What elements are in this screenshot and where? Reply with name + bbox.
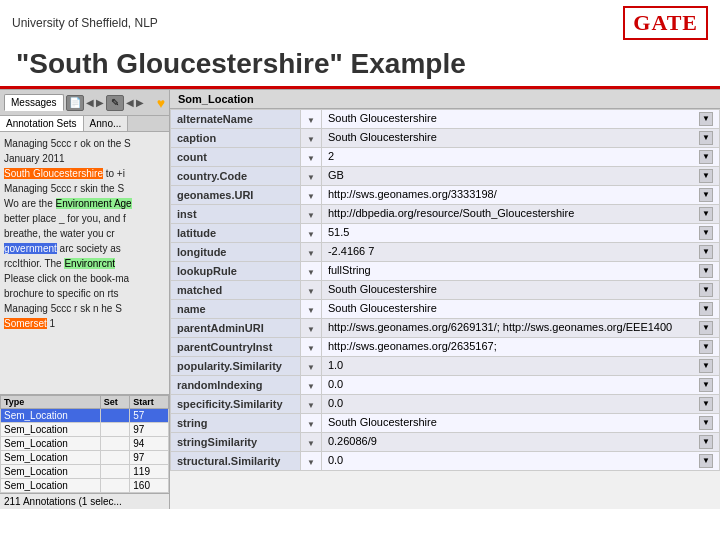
start-col-header: Start xyxy=(130,396,169,409)
dropdown-arrow[interactable]: ▼ xyxy=(301,262,322,281)
table-row[interactable]: Sem_Location97 xyxy=(1,423,169,437)
dropdown-arrow[interactable]: ▼ xyxy=(301,224,322,243)
property-key: longitude xyxy=(171,243,301,262)
dropdown-arrow[interactable]: ▼ xyxy=(301,129,322,148)
scroll-btn[interactable]: ▼ xyxy=(699,245,713,259)
property-row[interactable]: parentCountryInst ▼ http://sws.geonames.… xyxy=(171,338,720,357)
anno-tab[interactable]: Anno... xyxy=(84,116,129,131)
scroll-btn[interactable]: ▼ xyxy=(699,169,713,183)
scroll-btn[interactable]: ▼ xyxy=(699,188,713,202)
scroll-btn[interactable]: ▼ xyxy=(699,378,713,392)
property-row[interactable]: caption ▼ South Gloucestershire▼ xyxy=(171,129,720,148)
property-key: popularity.Similarity xyxy=(171,357,301,376)
property-row[interactable]: randomIndexing ▼ 0.0▼ xyxy=(171,376,720,395)
property-row[interactable]: count ▼ 2▼ xyxy=(171,148,720,167)
scroll-btn[interactable]: ▼ xyxy=(699,207,713,221)
property-row[interactable]: name ▼ South Gloucestershire▼ xyxy=(171,300,720,319)
dropdown-arrow[interactable]: ▼ xyxy=(301,300,322,319)
table-row[interactable]: Sem_Location94 xyxy=(1,437,169,451)
dropdown-arrow[interactable]: ▼ xyxy=(301,281,322,300)
scroll-btn[interactable]: ▼ xyxy=(699,435,713,449)
properties-table[interactable]: alternateName ▼ South Gloucestershire▼ c… xyxy=(170,109,720,509)
right-arrow2[interactable]: ▶ xyxy=(136,97,144,108)
property-row[interactable]: popularity.Similarity ▼ 1.0▼ xyxy=(171,357,720,376)
property-row[interactable]: stringSimilarity ▼ 0.26086/9▼ xyxy=(171,433,720,452)
property-key: stringSimilarity xyxy=(171,433,301,452)
right-arrow[interactable]: ▶ xyxy=(96,97,104,108)
type-cell: Sem_Location xyxy=(1,479,101,493)
dropdown-arrow[interactable]: ▼ xyxy=(301,376,322,395)
type-cell: Sem_Location xyxy=(1,437,101,451)
property-key: count xyxy=(171,148,301,167)
dropdown-arrow[interactable]: ▼ xyxy=(301,186,322,205)
table-row[interactable]: Sem_Location160 xyxy=(1,479,169,493)
toolbar-icon-1[interactable]: 📄 xyxy=(66,95,84,111)
text-line-3: South Gloucestershire to +i xyxy=(4,166,165,181)
property-row[interactable]: parentAdminURI ▼ http://sws.geonames.org… xyxy=(171,319,720,338)
text-line-13: Somerset 1 xyxy=(4,316,165,331)
property-key: name xyxy=(171,300,301,319)
scroll-btn[interactable]: ▼ xyxy=(699,321,713,335)
dropdown-arrow[interactable]: ▼ xyxy=(301,433,322,452)
property-row[interactable]: longitude ▼ -2.4166 7▼ xyxy=(171,243,720,262)
property-value: South Gloucestershire▼ xyxy=(321,281,719,300)
annotation-sets-tab[interactable]: Annotation Sets xyxy=(0,116,84,131)
property-row[interactable]: lookupRule ▼ fullString▼ xyxy=(171,262,720,281)
scroll-btn[interactable]: ▼ xyxy=(699,112,713,126)
set-cell xyxy=(100,423,130,437)
scroll-btn[interactable]: ▼ xyxy=(699,454,713,468)
property-key: parentCountryInst xyxy=(171,338,301,357)
scroll-btn[interactable]: ▼ xyxy=(699,131,713,145)
text-line-5: Wo are the Environment Age xyxy=(4,196,165,211)
property-row[interactable]: country.Code ▼ GB▼ xyxy=(171,167,720,186)
scroll-btn[interactable]: ▼ xyxy=(699,283,713,297)
dropdown-arrow[interactable]: ▼ xyxy=(301,205,322,224)
scroll-btn[interactable]: ▼ xyxy=(699,397,713,411)
property-row[interactable]: geonames.URI ▼ http://sws.geonames.org/3… xyxy=(171,186,720,205)
somerset-highlight: Somerset xyxy=(4,318,47,329)
scroll-btn[interactable]: ▼ xyxy=(699,264,713,278)
type-cell: Sem_Location xyxy=(1,409,101,423)
env-agency-highlight: Environment Age xyxy=(56,198,132,209)
table-row[interactable]: Sem_Location57 xyxy=(1,409,169,423)
property-row[interactable]: alternateName ▼ South Gloucestershire▼ xyxy=(171,110,720,129)
scroll-btn[interactable]: ▼ xyxy=(699,416,713,430)
dropdown-arrow[interactable]: ▼ xyxy=(301,148,322,167)
property-value: http://sws.geonames.org/3333198/▼ xyxy=(321,186,719,205)
dropdown-arrow[interactable]: ▼ xyxy=(301,452,322,471)
dropdown-arrow[interactable]: ▼ xyxy=(301,243,322,262)
property-key: alternateName xyxy=(171,110,301,129)
table-row[interactable]: Sem_Location97 xyxy=(1,451,169,465)
property-row[interactable]: matched ▼ South Gloucestershire▼ xyxy=(171,281,720,300)
env-highlight2: Environrcnt xyxy=(64,258,115,269)
dropdown-arrow[interactable]: ▼ xyxy=(301,110,322,129)
property-row[interactable]: string ▼ South Gloucestershire▼ xyxy=(171,414,720,433)
dropdown-arrow[interactable]: ▼ xyxy=(301,319,322,338)
scroll-btn[interactable]: ▼ xyxy=(699,340,713,354)
messages-tab[interactable]: Messages xyxy=(4,94,64,111)
dropdown-arrow[interactable]: ▼ xyxy=(301,338,322,357)
dropdown-arrow[interactable]: ▼ xyxy=(301,414,322,433)
scroll-btn[interactable]: ▼ xyxy=(699,150,713,164)
scroll-btn[interactable]: ▼ xyxy=(699,359,713,373)
left-arrow2[interactable]: ◀ xyxy=(126,97,134,108)
dropdown-arrow[interactable]: ▼ xyxy=(301,167,322,186)
property-row[interactable]: latitude ▼ 51.5▼ xyxy=(171,224,720,243)
property-value: 0.0▼ xyxy=(321,395,719,414)
property-row[interactable]: inst ▼ http://dbpedia.org/resource/South… xyxy=(171,205,720,224)
property-value: http://dbpedia.org/resource/South_Glouce… xyxy=(321,205,719,224)
gate-logo: GATE xyxy=(623,6,708,40)
property-row[interactable]: structural.Similarity ▼ 0.0▼ xyxy=(171,452,720,471)
property-key: string xyxy=(171,414,301,433)
dropdown-arrow[interactable]: ▼ xyxy=(301,395,322,414)
toolbar-icon-2[interactable]: ✎ xyxy=(106,95,124,111)
text-line-2: January 2011 xyxy=(4,151,165,166)
scroll-btn[interactable]: ▼ xyxy=(699,226,713,240)
left-arrow[interactable]: ◀ xyxy=(86,97,94,108)
type-cell: Sem_Location xyxy=(1,465,101,479)
dropdown-arrow[interactable]: ▼ xyxy=(301,357,322,376)
property-row[interactable]: specificity.Similarity ▼ 0.0▼ xyxy=(171,395,720,414)
set-cell xyxy=(100,437,130,451)
table-row[interactable]: Sem_Location119 xyxy=(1,465,169,479)
scroll-btn[interactable]: ▼ xyxy=(699,302,713,316)
